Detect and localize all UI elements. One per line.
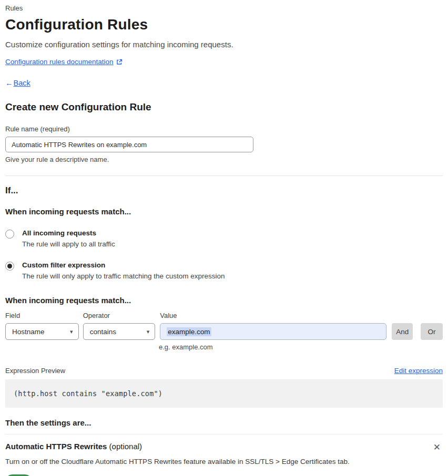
documentation-link-row: Configuration rules documentation bbox=[5, 58, 443, 66]
page-subtitle: Customize configuration settings for mat… bbox=[5, 40, 443, 49]
radio-description: The rule will apply to all traffic bbox=[22, 240, 115, 248]
external-link-icon bbox=[116, 59, 123, 65]
radio-option-custom-filter[interactable]: Custom filter expression The rule will o… bbox=[5, 261, 443, 280]
radio-label: Custom filter expression bbox=[22, 261, 225, 269]
then-settings-heading: Then the settings are... bbox=[5, 418, 443, 427]
back-link[interactable]: Back bbox=[14, 79, 30, 87]
close-icon[interactable]: ✕ bbox=[431, 442, 443, 453]
back-arrow-icon: ← bbox=[5, 79, 13, 87]
edit-expression-link[interactable]: Edit expression bbox=[394, 367, 443, 375]
setting-header-row: Automatic HTTPS Rewrites (optional) ✕ bbox=[5, 442, 443, 453]
expression-code-block: (http.host contains "example.com") bbox=[5, 379, 443, 408]
page-title: Configuration Rules bbox=[5, 16, 443, 33]
rule-name-help: Give your rule a descriptive name. bbox=[5, 156, 443, 163]
filter-match-heading: When incoming requests match... bbox=[5, 296, 443, 305]
value-help-text: e.g. example.com bbox=[159, 343, 443, 351]
operator-select-value: contains bbox=[90, 328, 116, 336]
value-column-label: Value bbox=[160, 312, 386, 319]
operator-column-label: Operator bbox=[83, 312, 156, 319]
setting-name: Automatic HTTPS Rewrites (optional) bbox=[5, 442, 142, 451]
radio-option-all-requests[interactable]: All incoming requests The rule will appl… bbox=[5, 229, 443, 248]
radio-label: All incoming requests bbox=[22, 229, 115, 237]
section-divider bbox=[5, 175, 443, 176]
or-button[interactable]: Or bbox=[421, 323, 443, 340]
page-container: Rules Configuration Rules Customize conf… bbox=[0, 0, 448, 476]
rule-name-input[interactable] bbox=[5, 137, 253, 152]
chevron-down-icon: ▾ bbox=[147, 328, 150, 335]
radio-button-selected[interactable] bbox=[5, 262, 14, 271]
radio-button-unselected[interactable] bbox=[5, 230, 14, 239]
create-rule-title: Create new Configuration Rule bbox=[5, 101, 443, 113]
if-heading: If... bbox=[5, 185, 443, 196]
field-select[interactable]: Hostname ▾ bbox=[5, 323, 79, 340]
chevron-down-icon: ▾ bbox=[70, 328, 73, 335]
setting-name-bold: Automatic HTTPS Rewrites bbox=[5, 442, 107, 451]
field-column-label: Field bbox=[5, 312, 79, 319]
match-heading: When incoming requests match... bbox=[5, 207, 443, 216]
rule-name-label: Rule name (required) bbox=[5, 125, 443, 133]
filter-builder-row: Field Hostname ▾ Operator contains ▾ Val… bbox=[5, 312, 443, 340]
and-button[interactable]: And bbox=[392, 323, 413, 340]
setting-description: Turn on or off the Cloudflare Automatic … bbox=[5, 458, 443, 465]
field-select-value: Hostname bbox=[12, 328, 45, 336]
setting-divider bbox=[5, 434, 443, 434]
value-input-text: example.com bbox=[167, 327, 211, 336]
expression-preview-row: Expression Preview Edit expression bbox=[5, 367, 443, 375]
value-input[interactable]: example.com bbox=[160, 323, 386, 340]
documentation-link[interactable]: Configuration rules documentation bbox=[5, 58, 114, 66]
expression-preview-label: Expression Preview bbox=[5, 367, 65, 375]
radio-description: The rule will only apply to traffic matc… bbox=[22, 272, 225, 280]
setting-optional-label: (optional) bbox=[107, 442, 142, 451]
back-link-row: ← Back bbox=[5, 79, 443, 87]
breadcrumb: Rules bbox=[5, 4, 443, 13]
operator-select[interactable]: contains ▾ bbox=[83, 323, 156, 340]
